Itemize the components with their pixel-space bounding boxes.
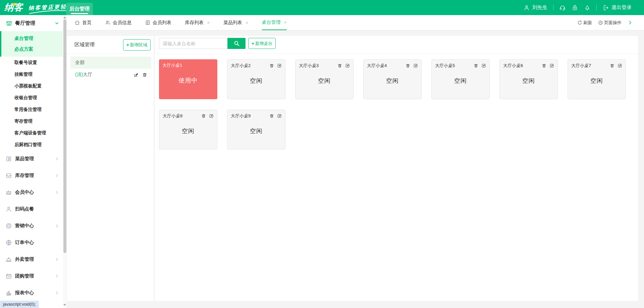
trash-icon[interactable] <box>610 63 614 68</box>
table-card-7[interactable]: 大厅小桌7 空闲 <box>568 59 626 99</box>
close-icon[interactable]: × <box>246 20 249 25</box>
sidebar-submenu: 取餐号设置 挂账管理 小票模板配置 收银台管理 常用备注管理 寄存管理 客户端设… <box>0 57 67 150</box>
table-card-actions <box>269 63 282 68</box>
tab-inventory-list[interactable]: 库存列表 × <box>185 15 210 30</box>
sidebar-item-member-center[interactable]: 会员中心 <box>0 184 67 201</box>
sidebar-item-cashier-management[interactable]: 收银台管理 <box>0 92 67 104</box>
tab-dish-list[interactable]: 菜品列表 × <box>223 15 249 30</box>
logout-button[interactable]: 退出登录 <box>602 4 632 11</box>
refresh-button[interactable]: 刷新 <box>577 20 592 26</box>
chevron-right-icon <box>55 157 59 161</box>
edit-icon[interactable] <box>277 114 282 118</box>
edit-icon[interactable] <box>345 63 350 68</box>
main-content: 区域管理 + 新增区域 全部 (清)大厅 <box>67 30 644 308</box>
region-item-hall[interactable]: (清)大厅 <box>70 69 151 81</box>
trash-icon[interactable] <box>201 114 206 118</box>
tab-member-info[interactable]: 会员信息 <box>105 15 131 30</box>
sidebar-item-required-dish-plan[interactable]: 必点方案 <box>1 44 67 55</box>
edit-icon[interactable] <box>209 114 214 118</box>
divider <box>596 5 597 10</box>
bell-icon[interactable] <box>584 4 591 11</box>
search-button[interactable] <box>227 38 246 49</box>
members-icon <box>105 20 111 25</box>
sidebar-item-scan-order[interactable]: 扫码点餐 <box>0 201 67 218</box>
region-panel: 区域管理 + 新增区域 全部 (清)大厅 <box>67 36 154 301</box>
table-card-header: 大厅小桌3 <box>296 60 353 69</box>
close-icon[interactable]: × <box>207 20 210 25</box>
sidebar: 餐厅管理 桌台管理 必点方案 取餐号设置 挂账管理 小票模板配置 收银台管理 常… <box>0 15 67 308</box>
trash-icon[interactable] <box>542 63 546 68</box>
calendar-icon <box>5 273 12 280</box>
search-icon <box>233 40 240 47</box>
app-logo: 纳客 <box>4 0 23 15</box>
sidebar-item-common-remarks[interactable]: 常用备注管理 <box>0 104 67 115</box>
edit-icon[interactable] <box>549 63 554 68</box>
sidebar-item-client-devices[interactable]: 客户端设备管理 <box>0 127 67 139</box>
close-icon[interactable]: × <box>284 20 287 25</box>
trash-icon[interactable] <box>337 63 342 68</box>
add-region-button[interactable]: + 新增区域 <box>123 39 151 51</box>
tab-member-list[interactable]: 会员列表 <box>145 15 171 30</box>
scrollbar-thumb[interactable] <box>63 19 66 253</box>
chevron-right-icon[interactable] <box>628 20 633 25</box>
edit-icon[interactable] <box>413 63 418 68</box>
edit-icon[interactable] <box>481 63 486 68</box>
table-card-header: 大厅小桌9 <box>227 110 285 119</box>
sidebar-item-report-center[interactable]: 报表中心 <box>0 285 67 301</box>
table-card-6[interactable]: 大厅小桌6 空闲 <box>499 59 558 99</box>
table-card-1[interactable]: 大厅小桌1 使用中 <box>159 59 217 99</box>
table-card-2[interactable]: 大厅小桌2 空闲 <box>227 59 285 99</box>
edit-icon[interactable] <box>277 63 282 68</box>
table-card-9[interactable]: 大厅小桌9 空闲 <box>227 110 285 149</box>
sidebar-item-restaurant-management[interactable]: 餐厅管理 <box>0 15 67 31</box>
trash-icon[interactable] <box>142 72 147 77</box>
edit-icon[interactable] <box>134 72 139 77</box>
region-row-actions <box>134 72 147 77</box>
edit-icon[interactable] <box>618 63 622 68</box>
table-card-4[interactable]: 大厅小桌4 空闲 <box>363 59 422 99</box>
trash-icon[interactable] <box>474 63 478 68</box>
table-name: 大厅小桌7 <box>571 63 591 69</box>
sidebar-item-groupbuy-management[interactable]: 团购管理 <box>0 268 67 285</box>
sidebar-item-receipt-template[interactable]: 小票模板配置 <box>0 80 67 92</box>
trash-icon[interactable] <box>269 63 274 68</box>
sidebar-item-marketing-center[interactable]: 营销中心 <box>0 218 67 234</box>
document-icon <box>145 20 151 25</box>
sidebar-item-order-center[interactable]: 订单中心 <box>0 234 67 251</box>
table-search-input[interactable] <box>159 38 227 49</box>
tab-home[interactable]: 首页 <box>74 15 92 30</box>
sidebar-item-kitchen-station[interactable]: 后厨档口管理 <box>0 139 67 150</box>
table-status: 空闲 <box>227 77 285 85</box>
table-card-5[interactable]: 大厅小桌5 空闲 <box>431 59 490 99</box>
support-headset-icon[interactable] <box>559 4 566 11</box>
user-menu[interactable]: 刘先生 <box>523 4 547 11</box>
chevron-right-icon <box>55 190 59 195</box>
table-card-8[interactable]: 大厅小桌8 空闲 <box>159 110 217 149</box>
chevron-right-icon <box>55 291 59 295</box>
scroll-down-arrow[interactable] <box>63 304 66 306</box>
region-clear-tag: (清) <box>75 72 83 78</box>
sidebar-scrollbar[interactable] <box>63 15 67 308</box>
sidebar-item-storage-management[interactable]: 寄存管理 <box>0 115 67 127</box>
sidebar-item-credit-management[interactable]: 挂账管理 <box>0 68 67 80</box>
topbar-right: 刘先生 退出登录 <box>523 4 644 11</box>
sidebar-item-pickup-number[interactable]: 取餐号设置 <box>0 57 67 68</box>
scroll-up-arrow[interactable] <box>63 16 66 18</box>
trash-icon[interactable] <box>269 114 274 118</box>
region-item-all[interactable]: 全部 <box>70 57 151 69</box>
sidebar-item-dish-management[interactable]: 菜品管理 <box>0 150 67 167</box>
logout-icon <box>602 4 609 11</box>
trash-icon[interactable] <box>406 63 410 68</box>
lock-icon[interactable] <box>572 4 578 11</box>
page-actions-button[interactable]: 页面操作 <box>598 20 622 26</box>
backstage-nav-tab[interactable]: 后台管理 <box>66 3 93 15</box>
restaurant-icon <box>6 20 12 26</box>
tab-table-management[interactable]: 桌台管理 × <box>262 15 287 30</box>
table-status: 空闲 <box>296 77 353 85</box>
table-card-3[interactable]: 大厅小桌3 空闲 <box>295 59 354 99</box>
chevron-right-icon <box>55 257 59 262</box>
add-table-button[interactable]: + 新增桌台 <box>248 38 276 49</box>
sidebar-item-inventory-management[interactable]: 库存管理 <box>0 167 67 184</box>
sidebar-item-takeout-management[interactable]: 外卖管理 <box>0 251 67 268</box>
sidebar-item-table-management[interactable]: 桌台管理 <box>1 33 67 44</box>
